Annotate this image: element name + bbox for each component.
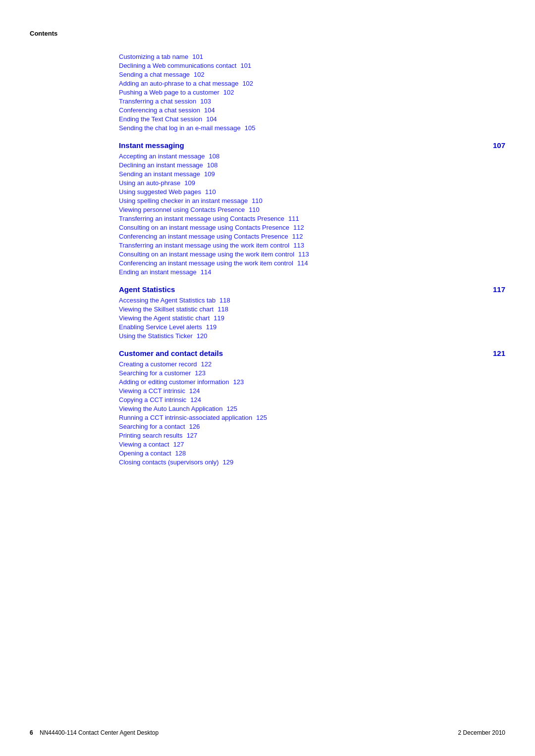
toc-entry-inner: Searching for a contact126: [119, 423, 205, 430]
toc-entry-inner: Ending an instant message114: [119, 268, 216, 276]
toc-link[interactable]: Transferring an instant message using th…: [119, 242, 289, 249]
toc-link[interactable]: Using the Statistics Ticker: [119, 332, 193, 340]
toc-link[interactable]: Declining an instant message: [119, 161, 203, 169]
toc-entry: Searching for a contact126: [119, 422, 505, 431]
toc-entry: Accessing the Agent Statistics tab118: [119, 296, 505, 304]
toc-page-number: 112: [289, 224, 309, 231]
toc-page-number: 126: [185, 423, 205, 430]
toc-entry-inner: Using the Statistics Ticker120: [119, 332, 213, 340]
toc-page-number: 127: [169, 441, 189, 448]
toc-entry: Viewing a contact127: [119, 440, 505, 449]
toc-entry-inner: Accessing the Agent Statistics tab118: [119, 297, 235, 304]
toc-link[interactable]: Closing contacts (supervisors only): [119, 458, 219, 466]
toc-page-number: 113: [294, 251, 314, 258]
toc-entry: Consulting on an instant message using C…: [119, 223, 505, 232]
toc-entry: Pushing a Web page to a customer102: [119, 88, 505, 97]
toc-link[interactable]: Printing search results: [119, 432, 183, 439]
toc-link[interactable]: Customizing a tab name: [119, 53, 188, 60]
toc-link[interactable]: Using an auto-phrase: [119, 179, 180, 187]
toc-link[interactable]: Adding or editing customer information: [119, 378, 229, 386]
toc-entry: Enabling Service Level alerts119: [119, 322, 505, 331]
toc-link[interactable]: Viewing the Auto Launch Application: [119, 405, 222, 412]
toc-entry: Sending an instant message109: [119, 169, 505, 178]
toc-link[interactable]: Transferring an instant message using Co…: [119, 215, 284, 222]
toc-entry: Viewing personnel using Contacts Presenc…: [119, 205, 505, 214]
section-number-customer-contact: 121: [476, 349, 505, 357]
page: Contents Customizing a tab name101Declin…: [0, 0, 535, 756]
footer-doc-id: NN44400-114 Contact Center Agent Desktop: [40, 729, 159, 736]
toc-link[interactable]: Viewing personnel using Contacts Presenc…: [119, 206, 245, 213]
toc-page-number: 112: [288, 233, 308, 240]
toc-entry-inner: Viewing the Agent statistic chart119: [119, 314, 229, 322]
toc-link[interactable]: Declining a Web communications contact: [119, 62, 237, 69]
toc-link[interactable]: Searching for a customer: [119, 369, 191, 377]
toc-link[interactable]: Transferring a chat session: [119, 98, 196, 105]
toc-page-number: 109: [200, 170, 220, 178]
toc-link[interactable]: Consulting on an instant message using C…: [119, 224, 289, 231]
section-title-agent-statistics[interactable]: Agent Statistics: [119, 285, 175, 294]
toc-page-number: 114: [197, 268, 216, 276]
toc-entry: Viewing the Skillset statistic chart118: [119, 304, 505, 313]
toc-link[interactable]: Searching for a contact: [119, 423, 185, 430]
toc-link[interactable]: Viewing a contact: [119, 441, 169, 448]
toc-page-number: 127: [183, 432, 203, 439]
toc-link[interactable]: Ending an instant message: [119, 268, 197, 276]
toc-link[interactable]: Running a CCT intrinsic-associated appli…: [119, 414, 252, 421]
toc-link[interactable]: Copying a CCT intrinsic: [119, 396, 186, 403]
toc-entry-inner: Enabling Service Level alerts119: [119, 323, 222, 331]
toc-entry-inner: Creating a customer record122: [119, 360, 217, 368]
toc-link[interactable]: Sending the chat log in an e-mail messag…: [119, 124, 241, 132]
toc-entry: Accepting an instant message108: [119, 151, 505, 160]
toc-entry-inner: Conferencing an instant message using th…: [119, 259, 313, 267]
toc-entry-inner: Sending a chat message102: [119, 71, 210, 78]
toc-entry-inner: Conferencing an instant message using Co…: [119, 233, 308, 240]
toc-entry: Opening a contact128: [119, 449, 505, 457]
toc-page-number: 111: [284, 215, 304, 222]
toc-page-number: 110: [245, 206, 265, 213]
toc-link[interactable]: Using spelling checker in an instant mes…: [119, 197, 248, 204]
toc-entry-inner: Consulting on an instant message using C…: [119, 224, 309, 231]
toc-entry: Ending an instant message114: [119, 267, 505, 276]
toc-page-number: 122: [197, 360, 217, 368]
toc-link[interactable]: Viewing a CCT intrinsic: [119, 387, 185, 395]
toc-entry-inner: Searching for a customer123: [119, 369, 211, 377]
toc-link[interactable]: Creating a customer record: [119, 360, 197, 368]
toc-link[interactable]: Viewing the Skillset statistic chart: [119, 305, 214, 313]
toc-page-number: 124: [186, 396, 206, 403]
toc-entry: Declining a Web communications contact10…: [119, 61, 505, 70]
toc-page-number: 120: [193, 332, 213, 340]
toc-link[interactable]: Sending an instant message: [119, 170, 200, 178]
toc-page-number: 110: [248, 197, 268, 204]
toc-entry-inner: Viewing a contact127: [119, 441, 189, 448]
toc-link[interactable]: Enabling Service Level alerts: [119, 323, 202, 331]
toc-link[interactable]: Using suggested Web pages: [119, 188, 201, 196]
toc-entry: Closing contacts (supervisors only)129: [119, 457, 505, 466]
toc-link[interactable]: Adding an auto-phrase to a chat message: [119, 80, 238, 87]
toc-link[interactable]: Accepting an instant message: [119, 152, 205, 160]
toc-entry-inner: Pushing a Web page to a customer102: [119, 89, 239, 96]
toc-entry-inner: Printing search results127: [119, 432, 203, 439]
toc-link[interactable]: Accessing the Agent Statistics tab: [119, 297, 215, 304]
toc-link[interactable]: Viewing the Agent statistic chart: [119, 314, 210, 322]
section-header-instant-messaging: Instant messaging107: [119, 141, 505, 150]
toc-link[interactable]: Conferencing an instant message using th…: [119, 259, 293, 267]
toc-link[interactable]: Ending the Text Chat session: [119, 115, 202, 123]
toc-page-number: 114: [293, 259, 313, 267]
toc-link[interactable]: Sending a chat message: [119, 71, 190, 78]
toc-link[interactable]: Pushing a Web page to a customer: [119, 89, 219, 96]
toc-link[interactable]: Conferencing a chat session: [119, 106, 200, 114]
section-title-instant-messaging[interactable]: Instant messaging: [119, 141, 184, 150]
toc-entry-inner: Viewing the Skillset statistic chart118: [119, 305, 233, 313]
toc-entry-inner: Transferring an instant message using th…: [119, 242, 309, 249]
toc-page-number: 108: [203, 161, 223, 169]
toc-page-number: 123: [229, 378, 249, 386]
toc-page-number: 119: [202, 323, 222, 331]
toc-link[interactable]: Opening a contact: [119, 450, 171, 457]
section-title-customer-contact[interactable]: Customer and contact details: [119, 349, 223, 357]
toc-link[interactable]: Conferencing an instant message using Co…: [119, 233, 288, 240]
toc-link[interactable]: Consulting on an instant message using t…: [119, 251, 294, 258]
toc-page-number: 108: [205, 152, 224, 160]
section-number-instant-messaging: 107: [476, 141, 505, 150]
toc-page-number: 102: [219, 89, 239, 96]
toc-entry-inner: Viewing a CCT intrinsic124: [119, 387, 205, 395]
